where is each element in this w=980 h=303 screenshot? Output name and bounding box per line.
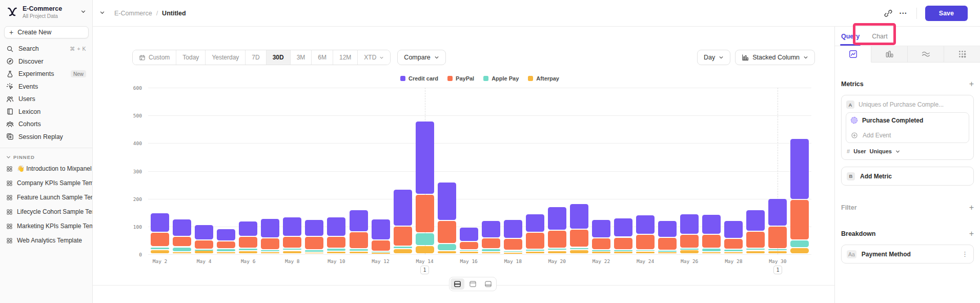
bar-segment-paypal[interactable] <box>460 242 478 249</box>
bar-segment-credit-card[interactable] <box>195 225 213 239</box>
bar-segment-apple-pay[interactable] <box>305 250 323 252</box>
bar-segment-afterpay[interactable] <box>680 250 699 253</box>
bar-segment-afterpay[interactable] <box>592 252 610 253</box>
bar-segment-credit-card[interactable] <box>790 139 809 199</box>
bar-segment-paypal[interactable] <box>526 233 544 249</box>
bar-segment-afterpay[interactable] <box>614 252 632 253</box>
metric-summary-row[interactable]: A Uniques of Purchase Comple... <box>842 95 973 112</box>
bar-segment-paypal[interactable] <box>438 221 456 243</box>
bar-segment-apple-pay[interactable] <box>372 252 390 253</box>
bar-segment-credit-card[interactable] <box>283 217 301 236</box>
legend-item-credit-card[interactable]: Credit card <box>400 75 438 82</box>
bar-segment-apple-pay[interactable] <box>614 250 632 251</box>
bar-segment-paypal[interactable] <box>195 240 213 249</box>
sidebar-item-lexicon[interactable]: Lexicon <box>0 106 92 118</box>
bar-segment-apple-pay[interactable] <box>438 244 456 250</box>
bar-segment-afterpay[interactable] <box>746 251 765 254</box>
bar-segment-afterpay[interactable] <box>372 253 390 254</box>
bar-segment-apple-pay[interactable] <box>239 249 257 250</box>
bar-segment-credit-card[interactable] <box>482 221 500 238</box>
date-range-12m[interactable]: 12M <box>333 50 357 65</box>
bar-segment-afterpay[interactable] <box>151 250 169 253</box>
bar-segment-apple-pay[interactable] <box>526 250 544 251</box>
bar-segment-paypal[interactable] <box>570 230 588 247</box>
measurement-row[interactable]: # User Uniques <box>842 143 973 159</box>
date-range-6m[interactable]: 6M <box>311 50 333 65</box>
bar-segment-afterpay[interactable] <box>482 252 500 253</box>
bar-segment-paypal[interactable] <box>327 237 345 248</box>
bar-segment-afterpay[interactable] <box>724 252 743 253</box>
bar-segment-paypal[interactable] <box>350 232 368 248</box>
bar-segment-credit-card[interactable] <box>416 122 434 194</box>
bar-segment-credit-card[interactable] <box>372 219 390 239</box>
bar-segment-apple-pay[interactable] <box>460 250 478 251</box>
bar-segment-paypal[interactable] <box>548 231 566 248</box>
layout-top-button[interactable] <box>466 278 480 290</box>
bar-segment-credit-card[interactable] <box>702 215 721 234</box>
bar-segment-apple-pay[interactable] <box>680 249 699 250</box>
bar-segment-afterpay[interactable] <box>548 251 566 254</box>
bar-segment-credit-card[interactable] <box>151 213 169 232</box>
bar-segment-paypal[interactable] <box>239 237 257 248</box>
sidebar-collapse-chevron-icon[interactable] <box>97 8 107 18</box>
bar-segment-apple-pay[interactable] <box>151 248 169 249</box>
bar-segment-afterpay[interactable] <box>790 248 809 253</box>
annotation-badge[interactable]: 1 <box>773 266 782 274</box>
pinned-item-lifecycle-cohort-sample-temp[interactable]: Lifecycle Cohort Sample Temp <box>0 205 92 219</box>
sidebar-item-users[interactable]: Users <box>0 93 92 106</box>
bar-segment-afterpay[interactable] <box>504 253 522 254</box>
bar-segment-credit-card[interactable] <box>526 214 544 232</box>
date-range-7d[interactable]: 7D <box>245 50 266 65</box>
bar-segment-afterpay[interactable] <box>702 252 721 253</box>
date-range-30d[interactable]: 30D <box>266 50 290 65</box>
sidebar-item-session-replay[interactable]: Session Replay <box>0 131 92 144</box>
bar-segment-apple-pay[interactable] <box>724 250 743 251</box>
bar-segment-afterpay[interactable] <box>173 252 191 253</box>
bar-segment-credit-card[interactable] <box>173 219 191 236</box>
date-range-3m[interactable]: 3M <box>290 50 312 65</box>
bar-segment-paypal[interactable] <box>394 227 412 246</box>
bar-segment-credit-card[interactable] <box>658 221 677 237</box>
bar-segment-paypal[interactable] <box>658 238 677 250</box>
bar-segment-paypal[interactable] <box>151 233 169 247</box>
bar-segment-apple-pay[interactable] <box>327 249 345 250</box>
add-metric-plus-button[interactable]: + <box>969 80 974 88</box>
flows-chart-tab[interactable] <box>908 46 944 62</box>
bar-segment-afterpay[interactable] <box>636 252 655 253</box>
bar-segment-afterpay[interactable] <box>768 251 787 254</box>
bar-segment-paypal[interactable] <box>482 238 500 248</box>
bar-segment-apple-pay[interactable] <box>702 249 721 251</box>
bar-segment-credit-card[interactable] <box>460 228 478 241</box>
pinned-section-header[interactable]: PINNED <box>0 152 92 161</box>
bar-segment-credit-card[interactable] <box>504 220 522 238</box>
bar-segment-paypal[interactable] <box>636 235 655 249</box>
sidebar-item-events[interactable]: Events <box>0 80 92 93</box>
date-range-xtd[interactable]: XTD <box>357 50 390 65</box>
breadcrumb-report-title[interactable]: Untitled <box>162 10 186 17</box>
bar-segment-afterpay[interactable] <box>570 250 588 253</box>
bar-segment-afterpay[interactable] <box>350 252 368 253</box>
save-button[interactable]: Save <box>925 6 968 21</box>
bar-segment-credit-card[interactable] <box>614 218 632 237</box>
funnels-chart-tab[interactable] <box>871 46 908 62</box>
bar-segment-credit-card[interactable] <box>327 217 345 236</box>
bar-segment-credit-card[interactable] <box>724 221 743 238</box>
bar-segment-apple-pay[interactable] <box>548 249 566 250</box>
bar-segment-paypal[interactable] <box>680 235 699 248</box>
chart-type-button[interactable]: Stacked Column <box>735 50 815 65</box>
bar-segment-apple-pay[interactable] <box>504 251 522 252</box>
bar-segment-paypal[interactable] <box>217 241 235 249</box>
sidebar-item-search[interactable]: Search⌘ + K <box>0 43 92 55</box>
add-event-row[interactable]: Add Event <box>846 128 969 143</box>
bar-segment-paypal[interactable] <box>416 195 434 232</box>
layout-bottom-button[interactable] <box>481 278 495 290</box>
legend-item-apple-pay[interactable]: Apple Pay <box>483 75 519 82</box>
pinned-item-introduction-to-mixpanel-bo[interactable]: 👋 Introduction to Mixpanel Bo <box>0 161 92 176</box>
pinned-item-marketing-kpis-sample-templat[interactable]: Marketing KPIs Sample Templat <box>0 219 92 233</box>
create-new-button[interactable]: + Create New <box>4 26 89 38</box>
breakdown-card[interactable]: Aa Payment Method ⋮ <box>841 245 974 264</box>
bar-segment-paypal[interactable] <box>702 235 721 248</box>
bar-segment-afterpay[interactable] <box>195 251 213 253</box>
bar-segment-paypal[interactable] <box>504 239 522 250</box>
more-options-button[interactable]: ••• <box>896 6 911 21</box>
